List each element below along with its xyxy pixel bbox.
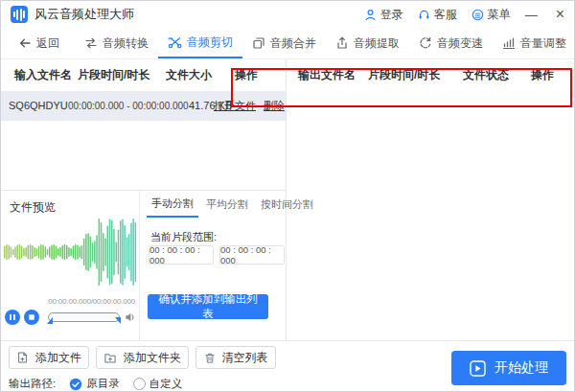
clear-list-label: 清空列表 [222,350,268,366]
header-segment-time: 片段时间/时长 [78,59,150,91]
trim-handle-start[interactable] [47,317,53,324]
merge-icon [252,36,265,50]
range-start-input[interactable]: 00 : 00 : 00 : 000 [149,245,214,265]
add-folder-button[interactable]: 添加文件夹 [96,346,189,369]
stop-icon [28,313,35,321]
tab-label: 音频变速 [437,35,483,52]
menu-button[interactable]: 菜单 [472,7,511,23]
extract-icon [335,36,349,50]
tab-label: 音频剪切 [187,35,233,51]
app-title: 风云音频处理大师 [34,6,134,23]
range-end-input[interactable]: 00 : 00 : 00 : 000 [219,245,285,265]
header-file-status: 文件状态 [463,59,509,91]
convert-icon [84,36,98,50]
header-file-size: 文件大小 [166,59,212,91]
back-button[interactable]: 返回 [9,28,69,58]
output-list-panel: 输出文件名 片段时间/时长 文件状态 操作 [288,59,574,340]
speed-icon [419,36,432,50]
playback-time: 00:00:00.000/00:00:00.000 [48,297,135,306]
radio-original-label: 原目录 [86,377,120,391]
file-plus-icon [16,351,29,364]
tab-label: 音频合并 [270,35,316,52]
volume-bars-icon [502,36,516,50]
radio-custom-directory[interactable]: 自定义 [133,377,183,391]
app-window: 风云音频处理大师 登录 客服 [0,0,575,392]
header-output-filename: 输出文件名 [298,59,356,91]
waveform [3,217,137,288]
back-arrow-icon [18,36,32,50]
tab-audio-merge[interactable]: 音频合并 [242,28,326,58]
minimize-button[interactable]: — [525,9,538,21]
radio-unchecked-icon [133,378,146,390]
delete-link[interactable]: 删除 [264,91,285,121]
output-path-label: 输出路径: [9,377,56,391]
start-processing-button[interactable]: 开始处理 [451,351,566,385]
tab-volume-adjust[interactable]: 音量调整 [493,28,575,58]
headset-icon [418,9,430,21]
close-button[interactable]: × [556,7,564,22]
segment-range-label: 当前片段范围: [150,230,217,244]
menu-icon [472,9,484,21]
tab-label: 音频转换 [103,35,149,52]
main-area: 输入文件名 片段时间/时长 文件大小 操作 SQ6QHDYU 00:00:00.… [1,59,574,340]
header-operation: 操作 [235,59,258,91]
play-icon [470,360,486,377]
cut-icon [168,35,182,49]
tab-audio-extract[interactable]: 音频提取 [326,28,409,58]
tab-audio-cut[interactable]: 音频剪切 [158,28,242,58]
login-label: 登录 [380,7,403,23]
header-operation: 操作 [531,59,554,91]
header-segment-time: 片段时间/时长 [368,59,440,91]
footer: 添加文件 添加文件夹 清空列表 输出路径: 原 [1,340,574,392]
cell-time-range: 00:00:00.000 - 00:00:00.000 [68,91,189,121]
start-label: 开始处理 [494,359,548,377]
file-row[interactable]: SQ6QHDYU 00:00:00.000 - 00:00:00.000 41.… [1,91,286,121]
user-icon [364,9,377,21]
menu-label: 菜单 [488,7,511,23]
tab-audio-speed[interactable]: 音频变速 [409,28,493,58]
add-folder-label: 添加文件夹 [124,350,181,366]
pause-button[interactable] [5,310,20,325]
pause-icon [9,313,16,321]
tab-audio-convert[interactable]: 音频转换 [75,28,158,58]
tab-average-split[interactable]: 平均分割 [201,191,253,218]
split-tabs: 手动分割 平均分割 按时间分割 [141,191,287,218]
service-label: 客服 [434,7,457,23]
header-input-filename: 输入文件名 [14,59,72,91]
open-file-link[interactable]: 打开文件 [214,91,256,121]
input-list-panel: 输入文件名 片段时间/时长 文件大小 操作 SQ6QHDYU 00:00:00.… [1,59,287,340]
file-preview-pane: 文件预览 00:00:00.000/00:00:00.000 [1,191,140,340]
preview-title: 文件预览 [10,199,56,216]
tab-label: 音量调整 [520,35,566,52]
app-logo-icon [11,6,28,23]
add-file-button[interactable]: 添加文件 [9,346,89,369]
speaker-icon[interactable] [125,311,136,323]
add-file-label: 添加文件 [35,350,81,366]
trim-handle-end[interactable] [115,317,121,324]
tab-label: 音频提取 [354,35,400,52]
cell-filename: SQ6QHDYU [9,91,68,121]
stop-button[interactable] [24,310,39,325]
customer-service-button[interactable]: 客服 [418,7,457,23]
clear-list-button[interactable]: 清空列表 [196,346,276,369]
radio-original-directory[interactable]: 原目录 [69,377,120,391]
trim-range-slider[interactable] [48,312,120,322]
split-panel: 手动分割 平均分割 按时间分割 当前片段范围: 00 : 00 : 00 : 0… [141,191,287,340]
back-label: 返回 [36,35,59,52]
trash-icon [204,352,216,364]
confirm-add-output-button[interactable]: 确认并添加到输出列表 [148,294,268,319]
player-controls [5,309,136,326]
radio-checked-icon [69,378,82,391]
titlebar: 风云音频处理大师 登录 客服 [1,1,574,29]
login-button[interactable]: 登录 [364,7,403,23]
folder-plus-icon [104,352,117,364]
tab-manual-split[interactable]: 手动分割 [147,191,198,218]
toolbar: 返回 音频转换 音频剪切 音频合并 [1,28,574,59]
output-path-row: 输出路径: 原目录 自定义 [9,377,182,391]
preview-section: 文件预览 00:00:00.000/00:00:00.000 [1,190,287,340]
radio-custom-label: 自定义 [150,377,183,391]
